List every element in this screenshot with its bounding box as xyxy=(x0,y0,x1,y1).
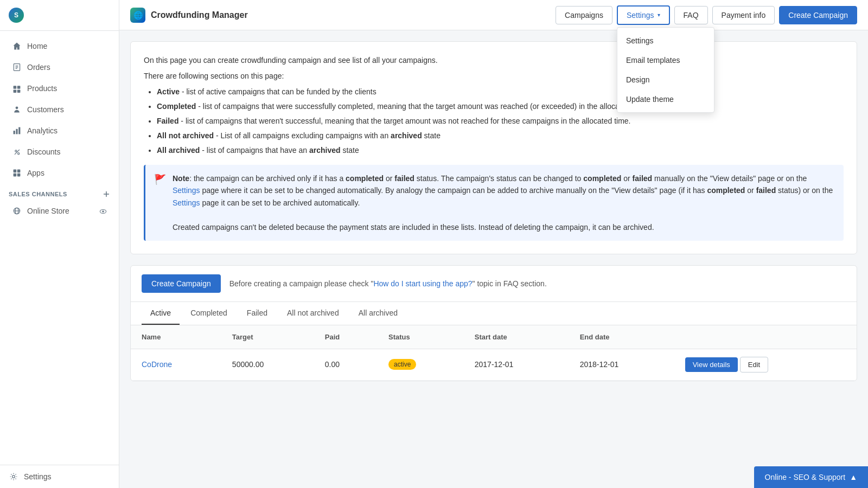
home-icon xyxy=(12,41,22,51)
create-campaign-top-button[interactable]: Create Campaign xyxy=(779,6,857,24)
settings-gear-icon xyxy=(9,472,18,481)
edit-button[interactable]: Edit xyxy=(740,357,768,373)
dropdown-item-email-templates[interactable]: Email templates xyxy=(617,50,714,70)
app-icon: 🌐 xyxy=(130,8,145,23)
tab-failed[interactable]: Failed xyxy=(238,302,276,325)
view-details-button[interactable]: View details xyxy=(685,357,738,372)
main-area: 🌐 Crowdfunding Manager Campaigns Setting… xyxy=(119,0,868,488)
tab-all-archived[interactable]: All archived xyxy=(350,302,406,325)
svg-rect-15 xyxy=(14,170,17,173)
col-paid: Paid xyxy=(314,325,378,349)
campaigns-button[interactable]: Campaigns xyxy=(556,6,612,24)
info-card: On this page you can create crowdfunding… xyxy=(130,41,857,254)
tab-all-not-archived[interactable]: All not archived xyxy=(278,302,348,325)
sidebar-item-label: Analytics xyxy=(27,126,58,135)
list-item-all-not-archived: All not archived - List of all campaigns… xyxy=(157,130,844,142)
page-title: Crowdfunding Manager xyxy=(151,10,248,20)
svg-point-8 xyxy=(16,106,18,109)
campaign-name-link[interactable]: CoDrone xyxy=(142,360,172,369)
page-content: On this page you can create crowdfunding… xyxy=(119,30,868,488)
campaign-tabs: Active Completed Failed All not archived… xyxy=(131,302,857,325)
svg-rect-4 xyxy=(14,86,17,89)
dropdown-item-update-theme[interactable]: Update theme xyxy=(617,89,714,109)
settings-link-1[interactable]: Settings xyxy=(173,186,200,195)
faq-hint-text: Before creating a campaign please check … xyxy=(229,279,547,288)
add-sales-channel-icon[interactable] xyxy=(103,190,110,198)
sidebar-item-label: Discounts xyxy=(27,147,60,156)
table-row: CoDrone 50000.00 0.00 active 2017-12-01 … xyxy=(131,349,857,380)
dropdown-item-settings[interactable]: Settings xyxy=(617,31,714,50)
settings-dropdown-menu: Settings Email templates Design Update t… xyxy=(617,27,714,113)
sidebar: S Home Orders Products Customers xyxy=(0,0,119,488)
tab-active[interactable]: Active xyxy=(142,302,180,325)
row-target: 50000.00 xyxy=(221,349,314,380)
note-box: 🚩 Note: the campaign can be archived onl… xyxy=(144,165,844,241)
col-name: Name xyxy=(131,325,221,349)
row-name: CoDrone xyxy=(131,349,221,380)
campaign-table: Name Target Paid Status Start date End d… xyxy=(131,325,857,381)
shopify-logo-icon: S xyxy=(9,8,24,23)
note-box-content: Note: the campaign can be archived only … xyxy=(173,172,835,233)
apps-icon xyxy=(12,168,22,178)
status-badge: active xyxy=(388,359,416,370)
sales-channels-header: SALES CHANNELS xyxy=(0,184,119,200)
campaign-table-body: CoDrone 50000.00 0.00 active 2017-12-01 … xyxy=(131,349,857,380)
row-paid: 0.00 xyxy=(314,349,378,380)
sidebar-navigation: Home Orders Products Customers Analytics xyxy=(0,31,119,465)
products-icon xyxy=(12,84,22,93)
settings-dropdown-wrapper: Settings ▾ Settings Email templates Desi… xyxy=(617,5,670,25)
dropdown-item-design[interactable]: Design xyxy=(617,70,714,89)
sidebar-item-apps[interactable]: Apps xyxy=(3,163,116,183)
bottom-support-bar[interactable]: Online - SEO & Support ▲ xyxy=(754,466,869,488)
chevron-up-icon: ▲ xyxy=(850,473,857,481)
row-status: active xyxy=(378,349,464,380)
sidebar-item-discounts[interactable]: Discounts xyxy=(3,142,116,162)
online-store-icon xyxy=(12,206,22,216)
bottom-bar-label: Online - SEO & Support xyxy=(765,473,846,481)
svg-rect-6 xyxy=(14,89,17,93)
svg-rect-5 xyxy=(17,86,21,89)
campaign-card: Create Campaign Before creating a campai… xyxy=(130,265,857,381)
svg-rect-18 xyxy=(17,174,21,177)
analytics-icon xyxy=(12,126,22,136)
col-start-date: Start date xyxy=(464,325,569,349)
svg-point-13 xyxy=(18,153,20,155)
campaign-card-header: Create Campaign Before creating a campai… xyxy=(131,266,857,302)
svg-rect-9 xyxy=(14,131,15,134)
settings-button-label: Settings xyxy=(627,11,654,20)
svg-rect-7 xyxy=(17,89,21,93)
payment-info-button[interactable]: Payment info xyxy=(712,6,775,24)
sidebar-item-label: Products xyxy=(27,84,57,93)
sidebar-item-products[interactable]: Products xyxy=(3,78,116,99)
col-end-date: End date xyxy=(569,325,674,349)
settings-dropdown-button[interactable]: Settings ▾ xyxy=(617,5,670,25)
settings-link-2[interactable]: Settings xyxy=(173,198,200,207)
col-status: Status xyxy=(378,325,464,349)
topbar: 🌐 Crowdfunding Manager Campaigns Setting… xyxy=(119,0,868,30)
sections-list: Active - list of active campaigns that c… xyxy=(157,86,844,156)
list-item-active: Active - list of active campaigns that c… xyxy=(157,86,844,98)
sidebar-item-orders[interactable]: Orders xyxy=(3,57,116,78)
sidebar-item-analytics[interactable]: Analytics xyxy=(3,120,116,141)
col-actions xyxy=(674,325,857,349)
svg-rect-10 xyxy=(16,129,17,134)
row-actions: View details Edit xyxy=(674,349,857,380)
intro-text-1: On this page you can create crowdfunding… xyxy=(144,55,844,66)
sidebar-item-home[interactable]: Home xyxy=(3,36,116,56)
sidebar-item-customers[interactable]: Customers xyxy=(3,99,116,120)
sidebar-settings[interactable]: Settings xyxy=(0,465,119,488)
tab-completed[interactable]: Completed xyxy=(182,302,236,325)
create-campaign-button[interactable]: Create Campaign xyxy=(142,274,221,293)
faq-link[interactable]: How do I start using the app? xyxy=(373,279,472,288)
col-target: Target xyxy=(221,325,314,349)
sidebar-logo: S xyxy=(0,0,119,31)
svg-point-12 xyxy=(15,150,17,152)
sidebar-item-online-store[interactable]: Online Store xyxy=(3,201,116,221)
action-cell: View details Edit xyxy=(685,357,846,373)
row-start-date: 2017-12-01 xyxy=(464,349,569,380)
intro-text-2: There are following sections on this pag… xyxy=(144,70,844,82)
sidebar-item-label: Apps xyxy=(27,169,44,177)
faq-button[interactable]: FAQ xyxy=(674,6,708,24)
svg-rect-11 xyxy=(18,127,20,134)
sidebar-item-label: Online Store xyxy=(27,207,69,215)
